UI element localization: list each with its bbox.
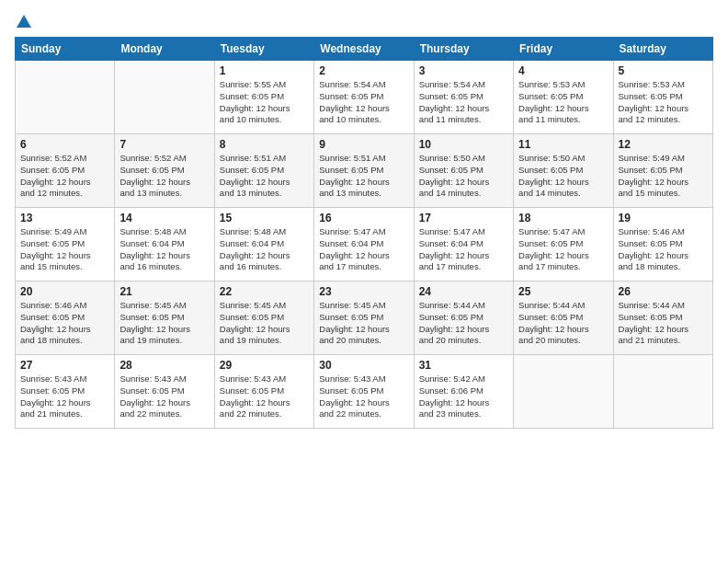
day-info: Sunrise: 5:48 AM Sunset: 6:04 PM Dayligh… <box>119 226 209 273</box>
calendar-cell: 1Sunrise: 5:55 AM Sunset: 6:05 PM Daylig… <box>214 61 313 134</box>
day-number: 19 <box>619 212 708 224</box>
calendar-table: SundayMondayTuesdayWednesdayThursdayFrid… <box>15 37 713 429</box>
calendar-cell: 6Sunrise: 5:52 AM Sunset: 6:05 PM Daylig… <box>16 134 115 208</box>
day-number: 27 <box>20 359 109 372</box>
calendar-cell: 3Sunrise: 5:54 AM Sunset: 6:05 PM Daylig… <box>414 61 513 134</box>
day-number: 15 <box>220 212 309 224</box>
day-info: Sunrise: 5:46 AM Sunset: 6:05 PM Dayligh… <box>20 300 109 347</box>
calendar-cell: 25Sunrise: 5:44 AM Sunset: 6:05 PM Dayli… <box>514 282 613 355</box>
day-header-saturday: Saturday <box>613 38 712 61</box>
day-info: Sunrise: 5:45 AM Sunset: 6:05 PM Dayligh… <box>319 300 408 347</box>
calendar-cell: 13Sunrise: 5:49 AM Sunset: 6:05 PM Dayli… <box>16 208 115 282</box>
day-header-friday: Friday <box>514 38 613 61</box>
calendar-cell: 19Sunrise: 5:46 AM Sunset: 6:05 PM Dayli… <box>613 208 712 282</box>
day-info: Sunrise: 5:44 AM Sunset: 6:05 PM Dayligh… <box>419 300 508 347</box>
calendar-cell <box>16 61 115 134</box>
day-header-tuesday: Tuesday <box>214 38 313 61</box>
day-info: Sunrise: 5:51 AM Sunset: 6:05 PM Dayligh… <box>319 153 408 200</box>
day-info: Sunrise: 5:50 AM Sunset: 6:05 PM Dayligh… <box>518 153 608 200</box>
day-info: Sunrise: 5:54 AM Sunset: 6:05 PM Dayligh… <box>319 79 408 126</box>
day-number: 14 <box>119 212 209 224</box>
day-number: 22 <box>220 285 309 298</box>
calendar-week-row: 27Sunrise: 5:43 AM Sunset: 6:05 PM Dayli… <box>16 355 713 429</box>
calendar-cell: 15Sunrise: 5:48 AM Sunset: 6:04 PM Dayli… <box>214 208 313 282</box>
calendar-cell: 12Sunrise: 5:49 AM Sunset: 6:05 PM Dayli… <box>613 134 712 208</box>
day-info: Sunrise: 5:52 AM Sunset: 6:05 PM Dayligh… <box>20 153 109 200</box>
day-number: 28 <box>119 359 209 372</box>
calendar-cell: 26Sunrise: 5:44 AM Sunset: 6:05 PM Dayli… <box>613 282 712 355</box>
day-number: 10 <box>419 138 508 151</box>
calendar-cell: 5Sunrise: 5:53 AM Sunset: 6:05 PM Daylig… <box>613 61 712 134</box>
day-number: 30 <box>319 359 408 372</box>
day-header-sunday: Sunday <box>16 38 115 61</box>
calendar-cell <box>514 355 613 429</box>
page-header <box>15 15 713 26</box>
day-number: 21 <box>119 285 209 298</box>
day-number: 16 <box>319 212 408 224</box>
day-info: Sunrise: 5:53 AM Sunset: 6:05 PM Dayligh… <box>518 79 608 126</box>
day-info: Sunrise: 5:43 AM Sunset: 6:05 PM Dayligh… <box>220 373 309 420</box>
day-number: 23 <box>319 285 408 298</box>
day-number: 11 <box>518 138 608 151</box>
day-number: 2 <box>319 64 408 77</box>
day-info: Sunrise: 5:47 AM Sunset: 6:04 PM Dayligh… <box>319 226 408 273</box>
calendar-cell: 30Sunrise: 5:43 AM Sunset: 6:05 PM Dayli… <box>314 355 414 429</box>
day-number: 20 <box>20 285 109 298</box>
calendar-week-row: 13Sunrise: 5:49 AM Sunset: 6:05 PM Dayli… <box>16 208 713 282</box>
day-number: 5 <box>619 64 708 77</box>
calendar-week-row: 6Sunrise: 5:52 AM Sunset: 6:05 PM Daylig… <box>16 134 713 208</box>
day-info: Sunrise: 5:52 AM Sunset: 6:05 PM Dayligh… <box>119 153 209 200</box>
day-info: Sunrise: 5:43 AM Sunset: 6:05 PM Dayligh… <box>319 373 408 420</box>
day-number: 18 <box>518 212 608 224</box>
day-info: Sunrise: 5:43 AM Sunset: 6:05 PM Dayligh… <box>119 373 209 420</box>
calendar-week-row: 20Sunrise: 5:46 AM Sunset: 6:05 PM Dayli… <box>16 282 713 355</box>
day-number: 6 <box>20 138 109 151</box>
logo <box>15 15 32 26</box>
day-info: Sunrise: 5:48 AM Sunset: 6:04 PM Dayligh… <box>220 226 309 273</box>
day-info: Sunrise: 5:54 AM Sunset: 6:05 PM Dayligh… <box>419 79 508 126</box>
day-header-wednesday: Wednesday <box>314 38 414 61</box>
day-info: Sunrise: 5:43 AM Sunset: 6:05 PM Dayligh… <box>20 373 109 420</box>
day-number: 25 <box>518 285 608 298</box>
calendar-cell <box>613 355 712 429</box>
calendar-cell: 21Sunrise: 5:45 AM Sunset: 6:05 PM Dayli… <box>115 282 214 355</box>
day-info: Sunrise: 5:45 AM Sunset: 6:05 PM Dayligh… <box>220 300 309 347</box>
day-info: Sunrise: 5:49 AM Sunset: 6:05 PM Dayligh… <box>20 226 109 273</box>
day-number: 17 <box>419 212 508 224</box>
day-number: 7 <box>119 138 209 151</box>
calendar-cell: 23Sunrise: 5:45 AM Sunset: 6:05 PM Dayli… <box>314 282 414 355</box>
day-number: 4 <box>518 64 608 77</box>
day-info: Sunrise: 5:55 AM Sunset: 6:05 PM Dayligh… <box>220 79 309 126</box>
calendar-cell: 22Sunrise: 5:45 AM Sunset: 6:05 PM Dayli… <box>214 282 313 355</box>
calendar-week-row: 1Sunrise: 5:55 AM Sunset: 6:05 PM Daylig… <box>16 61 713 134</box>
calendar-cell: 31Sunrise: 5:42 AM Sunset: 6:06 PM Dayli… <box>414 355 513 429</box>
calendar-cell: 2Sunrise: 5:54 AM Sunset: 6:05 PM Daylig… <box>314 61 414 134</box>
calendar-cell: 18Sunrise: 5:47 AM Sunset: 6:05 PM Dayli… <box>514 208 613 282</box>
calendar-cell: 9Sunrise: 5:51 AM Sunset: 6:05 PM Daylig… <box>314 134 414 208</box>
day-info: Sunrise: 5:47 AM Sunset: 6:04 PM Dayligh… <box>419 226 508 273</box>
day-number: 3 <box>419 64 508 77</box>
day-number: 8 <box>220 138 309 151</box>
calendar-cell: 24Sunrise: 5:44 AM Sunset: 6:05 PM Dayli… <box>414 282 513 355</box>
day-info: Sunrise: 5:47 AM Sunset: 6:05 PM Dayligh… <box>518 226 608 273</box>
calendar-cell <box>115 61 214 134</box>
calendar-cell: 17Sunrise: 5:47 AM Sunset: 6:04 PM Dayli… <box>414 208 513 282</box>
logo-icon <box>16 13 32 29</box>
day-number: 26 <box>619 285 708 298</box>
calendar-cell: 7Sunrise: 5:52 AM Sunset: 6:05 PM Daylig… <box>115 134 214 208</box>
day-info: Sunrise: 5:51 AM Sunset: 6:05 PM Dayligh… <box>220 153 309 200</box>
calendar-cell: 16Sunrise: 5:47 AM Sunset: 6:04 PM Dayli… <box>314 208 414 282</box>
day-number: 12 <box>619 138 708 151</box>
day-number: 24 <box>419 285 508 298</box>
day-info: Sunrise: 5:53 AM Sunset: 6:05 PM Dayligh… <box>619 79 708 126</box>
svg-marker-0 <box>17 15 31 28</box>
day-number: 9 <box>319 138 408 151</box>
calendar-cell: 27Sunrise: 5:43 AM Sunset: 6:05 PM Dayli… <box>16 355 115 429</box>
day-info: Sunrise: 5:42 AM Sunset: 6:06 PM Dayligh… <box>419 373 508 420</box>
day-header-monday: Monday <box>115 38 214 61</box>
day-number: 31 <box>419 359 508 372</box>
calendar-cell: 20Sunrise: 5:46 AM Sunset: 6:05 PM Dayli… <box>16 282 115 355</box>
day-info: Sunrise: 5:44 AM Sunset: 6:05 PM Dayligh… <box>518 300 608 347</box>
day-info: Sunrise: 5:46 AM Sunset: 6:05 PM Dayligh… <box>619 226 708 273</box>
day-number: 1 <box>220 64 309 77</box>
